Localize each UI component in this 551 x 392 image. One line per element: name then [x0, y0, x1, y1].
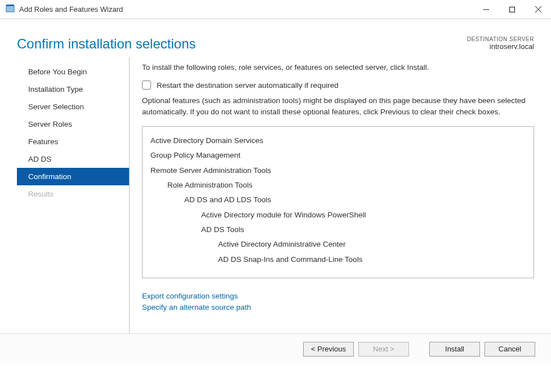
sidebar-item-before-you-begin[interactable]: Before You Begin: [17, 63, 129, 81]
close-button[interactable]: [525, 0, 551, 19]
sidebar-item-ad-ds[interactable]: AD DS: [17, 150, 129, 168]
sidebar-item-results: Results: [17, 185, 129, 203]
minimize-button[interactable]: [473, 0, 499, 19]
body: Before You Begin Installation Type Serve…: [0, 57, 551, 333]
titlebar: Add Roles and Features Wizard: [0, 0, 551, 19]
footer: < Previous Next > Install Cancel: [0, 333, 551, 364]
sidebar-item-server-roles[interactable]: Server Roles: [17, 115, 129, 133]
instruction-text: To install the following roles, role ser…: [142, 63, 534, 72]
content-area: To install the following roles, role ser…: [130, 57, 534, 333]
cancel-button[interactable]: Cancel: [485, 342, 535, 357]
window-title: Add Roles and Features Wizard: [19, 5, 123, 14]
tree-item: Active Directory Domain Services: [150, 133, 526, 148]
selections-tree: Active Directory Domain Services Group P…: [142, 126, 534, 278]
tree-item: Role Administration Tools: [150, 178, 526, 193]
destination-server-box: DESTINATION SERVER introserv.local: [467, 36, 534, 51]
tree-item: AD DS and AD LDS Tools: [150, 193, 526, 207]
restart-checkbox-row: Restart the destination server automatic…: [142, 81, 534, 90]
tree-item: Active Directory module for Windows Powe…: [150, 208, 526, 222]
tree-item: Remote Server Administration Tools: [150, 163, 526, 178]
specify-alternate-source-link[interactable]: Specify an alternate source path: [142, 302, 534, 313]
header: Confirm installation selections DESTINAT…: [0, 19, 551, 57]
next-button: Next >: [358, 342, 409, 357]
tree-item: Active Directory Administrative Center: [150, 237, 526, 252]
svg-rect-0: [6, 6, 14, 12]
restart-checkbox-label[interactable]: Restart the destination server automatic…: [157, 81, 339, 90]
previous-button[interactable]: < Previous: [303, 342, 354, 357]
tree-item: AD DS Tools: [150, 222, 526, 237]
app-icon: [6, 4, 15, 15]
tree-item: AD DS Snap-Ins and Command-Line Tools: [150, 252, 526, 267]
sidebar-item-installation-type[interactable]: Installation Type: [17, 81, 129, 98]
links-area: Export configuration settings Specify an…: [142, 291, 534, 313]
sidebar-item-features[interactable]: Features: [17, 133, 129, 150]
sidebar-item-server-selection[interactable]: Server Selection: [17, 98, 129, 115]
tree-item: Group Policy Management: [150, 148, 526, 163]
restart-checkbox[interactable]: [142, 81, 151, 90]
sidebar-item-confirmation[interactable]: Confirmation: [17, 168, 129, 185]
window-controls: [473, 0, 551, 19]
destination-label: DESTINATION SERVER: [467, 36, 534, 42]
install-button[interactable]: Install: [429, 342, 480, 357]
page-title: Confirm installation selections: [17, 36, 195, 52]
maximize-button[interactable]: [499, 0, 525, 19]
svg-rect-3: [510, 7, 515, 12]
optional-features-text: Optional features (such as administratio…: [142, 95, 534, 117]
svg-rect-1: [6, 5, 14, 6]
destination-server: introserv.local: [467, 42, 534, 51]
sidebar: Before You Begin Installation Type Serve…: [17, 57, 130, 333]
export-configuration-link[interactable]: Export configuration settings: [142, 291, 534, 302]
